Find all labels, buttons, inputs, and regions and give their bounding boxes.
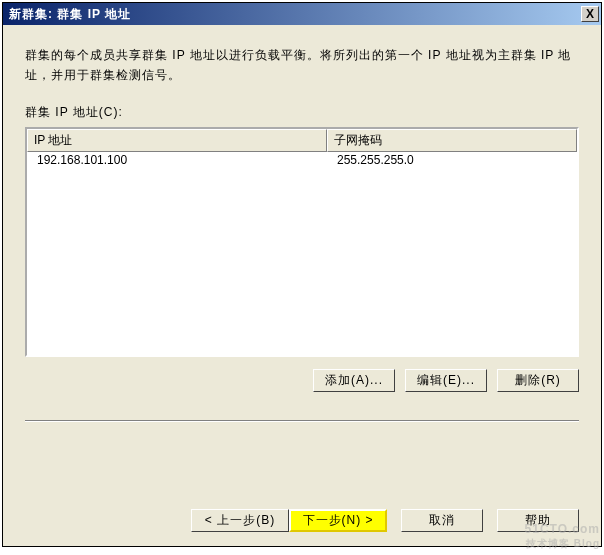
list-body: 192.168.101.100 255.255.255.0 [27, 152, 577, 355]
edit-button[interactable]: 编辑(E)... [405, 369, 487, 392]
close-button[interactable]: X [581, 6, 599, 22]
content-area: 群集的每个成员共享群集 IP 地址以进行负载平衡。将所列出的第一个 IP 地址视… [3, 25, 601, 509]
close-icon: X [586, 8, 594, 20]
remove-button[interactable]: 删除(R) [497, 369, 579, 392]
ip-list[interactable]: IP 地址 子网掩码 192.168.101.100 255.255.255.0 [25, 127, 579, 357]
back-button[interactable]: < 上一步(B) [191, 509, 289, 532]
cancel-button[interactable]: 取消 [401, 509, 483, 532]
table-row[interactable]: 192.168.101.100 255.255.255.0 [27, 152, 577, 168]
window-title: 新群集: 群集 IP 地址 [9, 6, 131, 23]
next-button[interactable]: 下一步(N) > [289, 509, 387, 532]
column-header-mask[interactable]: 子网掩码 [327, 129, 577, 152]
column-header-ip[interactable]: IP 地址 [27, 129, 327, 152]
titlebar: 新群集: 群集 IP 地址 X [3, 3, 601, 25]
list-header: IP 地址 子网掩码 [27, 129, 577, 152]
cell-ip: 192.168.101.100 [27, 152, 327, 168]
action-buttons: 添加(A)... 编辑(E)... 删除(R) [25, 369, 579, 392]
description-text: 群集的每个成员共享群集 IP 地址以进行负载平衡。将所列出的第一个 IP 地址视… [25, 45, 579, 86]
separator [25, 420, 579, 422]
dialog-window: 新群集: 群集 IP 地址 X 群集的每个成员共享群集 IP 地址以进行负载平衡… [2, 2, 602, 547]
navigation-buttons: < 上一步(B) 下一步(N) > 取消 帮助 [3, 509, 601, 546]
help-button[interactable]: 帮助 [497, 509, 579, 532]
list-label: 群集 IP 地址(C): [25, 104, 579, 121]
add-button[interactable]: 添加(A)... [313, 369, 395, 392]
cell-mask: 255.255.255.0 [327, 152, 577, 168]
